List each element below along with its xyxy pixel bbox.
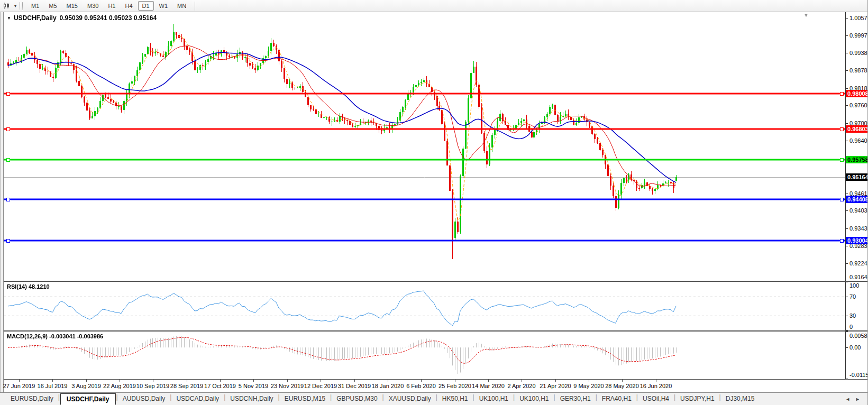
price-tick — [846, 194, 848, 194]
time-label: 28 May 2020 — [605, 383, 639, 389]
toolbar-grip[interactable] — [20, 2, 23, 10]
chart-title: ▼USDCHF,Daily0.95039 0.95241 0.95023 0.9… — [7, 14, 157, 22]
chart-menu-icon[interactable]: ▼ — [7, 16, 11, 21]
price-tick — [846, 88, 848, 89]
tab-usdjpy-h1[interactable]: USDJPY,H1 — [676, 393, 718, 405]
tab-separator: | — [116, 393, 118, 405]
rsi-canvas[interactable] — [4, 282, 845, 330]
price-tick — [846, 105, 848, 106]
time-label: 10 Sep 2019 — [136, 383, 169, 389]
tab-usdcnh-daily[interactable]: USDCNH,Daily — [226, 393, 277, 405]
price-axis[interactable]: 1.005700.999700.993850.987850.981850.976… — [845, 12, 868, 281]
tab-scroll-left-icon[interactable]: ◄ — [845, 397, 850, 402]
tab-gbpusd-m30[interactable]: GBPUSD,M30 — [332, 393, 381, 405]
tab-separator: | — [596, 393, 597, 405]
price-tick — [846, 210, 848, 211]
tab-separator: | — [382, 393, 384, 405]
timeframe-button-mn[interactable]: MN — [173, 1, 190, 11]
tab-xauusd-daily[interactable]: XAUUSD,Daily — [385, 393, 435, 405]
time-tick — [455, 380, 455, 382]
rsi-tick — [846, 330, 848, 330]
chart-shift-marker[interactable]: ▼ — [803, 12, 809, 18]
timeframe-button-m1[interactable]: M1 — [27, 1, 43, 11]
timeframe-button-w1[interactable]: W1 — [155, 1, 172, 11]
window-left-edge — [0, 12, 4, 392]
time-tick — [52, 380, 53, 382]
rsi-tick-label: 0 — [849, 324, 853, 330]
time-tick — [555, 380, 556, 382]
time-label: 21 Apr 2020 — [540, 383, 571, 389]
tab-hk50-h1[interactable]: HK50,H1 — [438, 393, 472, 405]
tab-usoil-h4[interactable]: USOil,H4 — [638, 393, 673, 405]
tab-scroll-right-icon[interactable]: ► — [855, 397, 860, 402]
time-label: 28 Sep 2019 — [170, 383, 203, 389]
tab-usdchf-daily[interactable]: USDCHF,Daily — [60, 393, 116, 405]
price-tick — [846, 228, 848, 229]
tab-ger30-h1[interactable]: GER30,H1 — [556, 393, 595, 405]
chart-tool-icon[interactable] — [3, 2, 12, 10]
macd-canvas[interactable] — [4, 332, 845, 379]
macd-tick-label: 0.00 — [849, 344, 861, 351]
tab-uk100-h1[interactable]: UK100,H1 — [515, 393, 553, 405]
timeframe-toolbar: ▾ M1M5M15M30H1H4D1W1MN — [0, 0, 867, 12]
macd-axis[interactable]: 0.0058180.00-0.011514 — [845, 332, 868, 379]
toolbar-separator — [195, 2, 195, 11]
macd-panel: MACD(12,26,9) -0.003041 -0.003986 0.0058… — [4, 332, 868, 380]
tab-separator: | — [636, 393, 638, 405]
rsi-tick-label: 30 — [849, 312, 856, 319]
rsi-tick — [846, 316, 848, 316]
time-label: 22 Aug 2019 — [103, 383, 136, 389]
time-tick — [354, 380, 355, 382]
price-tick-label: 0.96400 — [849, 137, 868, 144]
time-tick — [153, 380, 153, 382]
symbol-tabs: EURUSD,Daily|USDCHF,Daily|AUDUSD,Daily|U… — [6, 393, 759, 405]
price-chart-canvas[interactable] — [4, 12, 845, 281]
tab-fra40-h1[interactable]: FRA40,H1 — [598, 393, 636, 405]
time-tick — [656, 380, 656, 382]
price-tick — [846, 18, 848, 19]
timeframe-button-m5[interactable]: M5 — [44, 1, 61, 11]
tab-dj30-m15[interactable]: DJ30,M15 — [721, 393, 759, 405]
time-axis[interactable]: 27 Jun 201916 Jul 20193 Aug 201922 Aug 2… — [4, 380, 868, 392]
macd-tick — [846, 379, 848, 379]
tab-audusd-daily[interactable]: AUDUSD,Daily — [118, 393, 170, 405]
timeframe-buttons: M1M5M15M30H1H4D1W1MN — [26, 1, 191, 11]
macd-tick-label: 0.005818 — [849, 333, 868, 339]
tab-eurusd-daily[interactable]: EURUSD,Daily — [6, 393, 58, 405]
hline-price-label: 0.93004 — [846, 237, 868, 244]
chart-symbol: USDCHF,Daily — [14, 14, 57, 22]
rsi-tick-label: 70 — [849, 293, 856, 300]
rsi-tick — [846, 297, 848, 297]
tab-separator: | — [719, 393, 721, 405]
timeframe-button-h1[interactable]: H1 — [104, 1, 120, 11]
chart-tool-dropdown-icon[interactable]: ▾ — [14, 4, 16, 8]
tab-eurusd-m15[interactable]: EURUSD,M15 — [280, 393, 330, 405]
time-label: 9 May 2020 — [573, 383, 604, 389]
time-tick — [86, 380, 87, 382]
price-tick — [846, 141, 848, 141]
tab-separator: | — [278, 393, 280, 405]
chart-window: ▼USDCHF,Daily0.95039 0.95241 0.95023 0.9… — [0, 12, 867, 392]
time-tick — [19, 380, 20, 382]
price-tick — [846, 281, 848, 281]
price-tick-label: 0.99385 — [849, 50, 868, 56]
time-tick — [421, 380, 422, 382]
timeframe-button-m15[interactable]: M15 — [62, 1, 82, 11]
tab-separator: | — [473, 393, 474, 405]
time-label: 16 Jun 2020 — [640, 383, 672, 389]
rsi-axis[interactable]: 10070300 — [845, 282, 868, 330]
tab-uk100-h1[interactable]: UK100,H1 — [475, 393, 513, 405]
macd-tick — [846, 347, 848, 348]
timeframe-button-d1[interactable]: D1 — [138, 1, 154, 11]
time-label: 12 Dec 2019 — [304, 383, 337, 389]
tab-usdcad-daily[interactable]: USDCAD,Daily — [172, 393, 223, 405]
chart-ohlc-values: 0.95039 0.95241 0.95023 0.95164 — [60, 14, 157, 22]
hline-price-label: 0.94408 — [846, 196, 868, 203]
timeframe-button-h4[interactable]: H4 — [121, 1, 136, 11]
tab-separator: | — [224, 393, 225, 405]
time-label: 16 Jul 2019 — [38, 383, 68, 389]
time-tick — [321, 380, 321, 382]
timeframe-button-m30[interactable]: M30 — [83, 1, 103, 11]
mt4-window: ▾ M1M5M15M30H1H4D1W1MN ▼USDCHF,Daily0.95… — [0, 0, 868, 405]
price-tick — [846, 35, 848, 36]
